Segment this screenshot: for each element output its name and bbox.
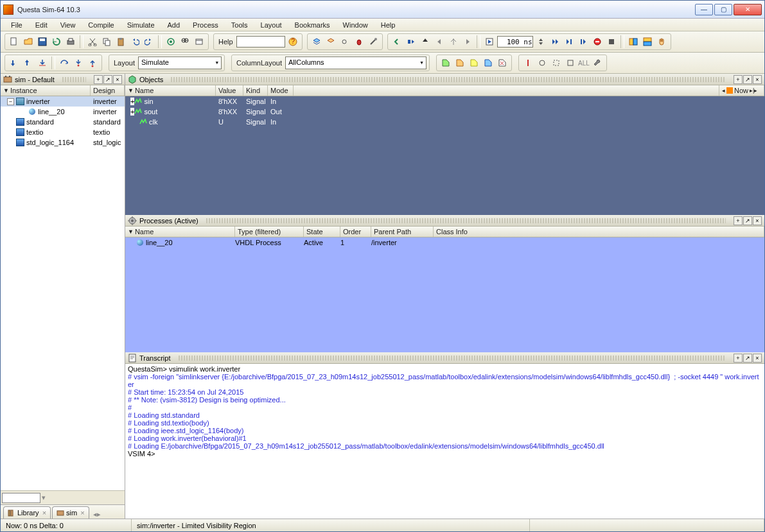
proc-col-type[interactable]: Type (filtered) — [235, 227, 304, 237]
tab-library[interactable]: Library × — [3, 506, 51, 519]
run-step-icon[interactable] — [563, 35, 576, 48]
transcript-pane-undock-icon[interactable]: ↗ — [743, 354, 752, 363]
browse-icon[interactable] — [193, 35, 206, 48]
cursor-up-icon[interactable] — [22, 56, 35, 69]
sim-search-input[interactable] — [2, 493, 40, 503]
layers-icon[interactable] — [310, 35, 323, 48]
time-input[interactable] — [497, 36, 533, 47]
transcript-body[interactable]: QuestaSim> vsimulink work.inverter# vsim… — [125, 364, 764, 519]
processes-body[interactable]: line__20VHDL ProcessActive1/inverter — [125, 237, 764, 352]
break-icon[interactable] — [591, 35, 604, 48]
menu-simulate[interactable]: Simulate — [122, 20, 160, 30]
processes-pane-undock-icon[interactable]: ↗ — [743, 216, 752, 225]
tag-blue-icon[interactable] — [482, 56, 495, 69]
undo-icon[interactable] — [128, 35, 141, 48]
tools-icon[interactable] — [367, 35, 380, 48]
layers2-icon[interactable] — [324, 35, 337, 48]
nav-back-icon[interactable] — [391, 35, 403, 48]
cursor3-icon[interactable] — [550, 56, 563, 69]
refresh-icon[interactable] — [50, 35, 63, 48]
menu-compile[interactable]: Compile — [83, 20, 119, 30]
redo-icon[interactable] — [143, 35, 155, 48]
objects-body[interactable]: +sin8'hXXSignalIn+sout8'hXXSignalOutclkU… — [125, 96, 764, 215]
tag-green-icon[interactable] — [439, 56, 452, 69]
step-icon[interactable] — [405, 35, 418, 48]
sim-pane-add-icon[interactable]: + — [94, 75, 103, 84]
stop-icon[interactable] — [605, 35, 618, 48]
cursor2-icon[interactable] — [536, 56, 549, 69]
objects-col-mode[interactable]: Mode — [268, 85, 294, 96]
sim-pane-undock-icon[interactable]: ↗ — [103, 75, 112, 84]
process-row[interactable]: line__20VHDL ProcessActive1/inverter — [125, 237, 764, 248]
menu-file[interactable]: File — [6, 20, 28, 30]
tree-expander-icon[interactable]: − — [7, 98, 14, 105]
step-in-icon[interactable] — [72, 56, 85, 69]
find-icon[interactable] — [179, 35, 191, 48]
maximize-button[interactable]: ▢ — [714, 4, 732, 15]
wrench-icon[interactable] — [591, 56, 604, 69]
objects-col-kind[interactable]: Kind — [243, 85, 268, 96]
sim-tree-row[interactable]: standardstandard — [1, 117, 125, 127]
cursor4-icon[interactable] — [564, 56, 577, 69]
objects-pane-add-icon[interactable]: + — [734, 75, 743, 84]
new-file-icon[interactable] — [8, 35, 21, 48]
run-icon[interactable] — [483, 35, 496, 48]
next-icon[interactable] — [461, 35, 474, 48]
sim-tree-row[interactable]: textiotextio — [1, 127, 125, 137]
objects-row[interactable]: +sout8'hXXSignalOut — [125, 107, 764, 117]
objects-pane-undock-icon[interactable]: ↗ — [743, 75, 752, 84]
proc-col-parent[interactable]: Parent Path — [371, 227, 434, 237]
step-out-icon[interactable] — [86, 56, 99, 69]
sim-col-design[interactable]: Design — [91, 85, 125, 96]
column-layout-select[interactable]: AllColumns — [285, 56, 426, 69]
proc-col-state[interactable]: State — [304, 227, 340, 237]
up-icon[interactable] — [419, 35, 432, 48]
open-file-icon[interactable] — [22, 35, 35, 48]
close-button[interactable]: ✕ — [734, 4, 762, 15]
menu-bookmarks[interactable]: Bookmarks — [290, 20, 335, 30]
menu-add[interactable]: Add — [163, 20, 186, 30]
bug-icon[interactable] — [353, 35, 365, 48]
cursor-down-icon[interactable] — [8, 56, 21, 69]
link-icon[interactable] — [339, 35, 351, 48]
sim-tree-row[interactable]: line__20inverter — [1, 107, 125, 117]
help-go-icon[interactable]: ? — [286, 35, 299, 48]
tab-sim[interactable]: sim × — [52, 506, 89, 519]
run-cont-icon[interactable] — [577, 35, 590, 48]
sim-col-instance[interactable]: Instance — [10, 87, 37, 94]
menu-layout[interactable]: Layout — [256, 20, 287, 30]
copy-icon[interactable] — [100, 35, 113, 48]
processes-pane-add-icon[interactable]: + — [734, 216, 743, 225]
proc-col-order[interactable]: Order — [340, 227, 371, 237]
menu-tools[interactable]: Tools — [226, 20, 253, 30]
proc-col-class[interactable]: Class Info — [434, 227, 764, 237]
transcript-pane-close-icon[interactable]: × — [753, 354, 762, 363]
tag-yellow-icon[interactable] — [468, 56, 480, 69]
tag-x-icon[interactable] — [496, 56, 509, 69]
objects-col-name[interactable]: Name — [135, 87, 154, 94]
jump-icon[interactable] — [447, 35, 460, 48]
sim-pane-close-icon[interactable]: × — [113, 75, 122, 84]
layout-select[interactable]: Simulate — [138, 56, 222, 69]
time-updown-icon[interactable] — [534, 35, 547, 48]
transcript-pane-add-icon[interactable]: + — [734, 354, 743, 363]
objects-row[interactable]: clkUSignalIn — [125, 117, 764, 127]
menu-process[interactable]: Process — [188, 20, 224, 30]
cursor1-icon[interactable] — [522, 56, 534, 69]
objects-col-value[interactable]: Value — [216, 85, 243, 96]
run-all-icon[interactable] — [549, 35, 561, 48]
tag-orange-icon[interactable] — [453, 56, 466, 69]
window2-icon[interactable] — [641, 35, 654, 48]
menu-edit[interactable]: Edit — [30, 20, 53, 30]
sim-tree-row[interactable]: −inverterinverter — [1, 96, 125, 107]
proc-col-name[interactable]: Name — [135, 228, 154, 236]
menu-window[interactable]: Window — [338, 20, 373, 30]
minimize-button[interactable]: — — [695, 4, 713, 15]
step-over-icon[interactable] — [58, 56, 71, 69]
mark-icon[interactable] — [164, 35, 177, 48]
save-icon[interactable] — [36, 35, 49, 48]
processes-pane-close-icon[interactable]: × — [753, 216, 762, 225]
cut-icon[interactable] — [86, 35, 99, 48]
objects-row[interactable]: +sin8'hXXSignalIn — [125, 96, 764, 107]
cursor-into-icon[interactable] — [36, 56, 49, 69]
